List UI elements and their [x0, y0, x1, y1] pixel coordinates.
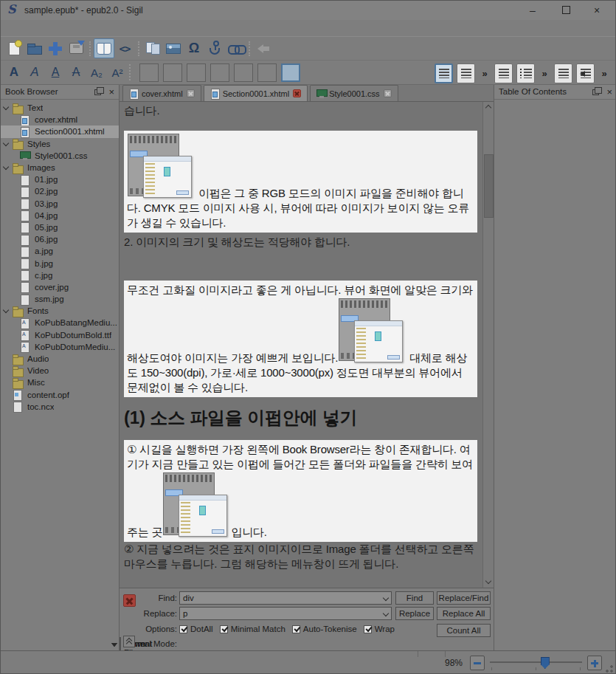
close-button[interactable]: ×: [584, 1, 609, 20]
book-view-icon[interactable]: [94, 38, 114, 58]
underline-icon[interactable]: A: [45, 63, 66, 83]
align-tool-button[interactable]: [554, 63, 572, 83]
insert-link-icon[interactable]: [225, 38, 246, 58]
expand-chevron-icon[interactable]: [3, 307, 9, 313]
direction-select[interactable]: Down: [120, 637, 121, 650]
book-view-editor[interactable]: 습니다. 이펍은 그 중 RGB 모드의 이미지 파일을 준비해야 합니다. C…: [120, 102, 494, 588]
tree-item[interactable]: Style0001.css: [1, 150, 119, 162]
find-option-checkbox[interactable]: DotAll: [179, 625, 213, 633]
tab-close-icon[interactable]: [384, 89, 392, 97]
superscript-icon[interactable]: A²: [107, 63, 128, 83]
scroll-down-icon[interactable]: [483, 577, 494, 588]
italic-icon[interactable]: A: [24, 63, 45, 83]
find-input[interactable]: div: [179, 591, 392, 605]
align-left-icon[interactable]: [435, 63, 453, 83]
add-existing-files-icon[interactable]: [45, 38, 66, 58]
scroll-up-icon[interactable]: [483, 102, 494, 113]
tree-item[interactable]: Styles: [1, 138, 119, 150]
toolbar-button[interactable]: [246, 38, 253, 58]
editor-tab[interactable]: Style0001.css: [310, 85, 398, 101]
anchor-icon[interactable]: [204, 38, 225, 58]
tree-item[interactable]: cover.xhtml: [1, 114, 119, 125]
tree-item[interactable]: 03.jpg: [1, 198, 119, 210]
split-section-icon[interactable]: [142, 38, 163, 58]
count-all-button[interactable]: Count All: [437, 624, 491, 637]
combo-chevron-icon[interactable]: [383, 595, 389, 601]
expand-chevron-icon[interactable]: [3, 164, 9, 170]
insert-image-icon[interactable]: [163, 38, 184, 58]
tree-item[interactable]: Misc: [1, 376, 119, 388]
toolbar-overflow-chevron[interactable]: »: [479, 63, 491, 83]
editor-scrollbar[interactable]: [482, 102, 494, 588]
toolbar-overflow-chevron[interactable]: »: [598, 63, 610, 83]
back-icon[interactable]: [253, 38, 274, 58]
menu-window[interactable]: [100, 26, 113, 30]
tree-item[interactable]: content.opf: [1, 389, 119, 401]
tree-item[interactable]: Video: [1, 365, 119, 376]
menu-plugins[interactable]: [113, 26, 126, 30]
heading-1-button[interactable]: [139, 63, 159, 82]
tree-item[interactable]: 02.jpg: [1, 185, 119, 197]
panel-float-icon[interactable]: [592, 89, 599, 95]
find-option-checkbox[interactable]: Auto-Tokenise: [292, 625, 357, 633]
tree-item[interactable]: 05.jpg: [1, 221, 119, 233]
replace-all-button[interactable]: Replace All: [437, 607, 491, 620]
menu-edit[interactable]: [20, 26, 33, 30]
scrollbar-thumb[interactable]: [484, 154, 494, 218]
replace-button[interactable]: Replace: [395, 607, 434, 620]
checkbox-icon[interactable]: [179, 625, 187, 633]
heading-3-button[interactable]: [187, 63, 206, 82]
menu-search[interactable]: [60, 26, 73, 30]
tree-item[interactable]: ssm.jpg: [1, 293, 119, 305]
align-tool-button[interactable]: [494, 63, 513, 83]
tree-item[interactable]: b.jpg: [1, 257, 119, 269]
toolbar-overflow-chevron[interactable]: »: [539, 63, 550, 83]
tab-close-icon[interactable]: [187, 89, 195, 97]
zoom-slider[interactable]: [490, 656, 582, 670]
menu-format[interactable]: [46, 26, 60, 30]
tab-close-icon[interactable]: [293, 89, 301, 97]
heading-6-button[interactable]: [257, 63, 277, 82]
save-icon[interactable]: [66, 38, 86, 58]
find-button[interactable]: Find: [395, 591, 434, 605]
subscript-icon[interactable]: A₂: [86, 63, 107, 83]
zoom-out-button[interactable]: [470, 656, 485, 670]
panel-close-icon[interactable]: ×: [606, 86, 612, 97]
editor-tab[interactable]: Section0001.xhtml: [204, 85, 308, 101]
toolbar-button[interactable]: [86, 38, 94, 58]
tree-item[interactable]: Audio: [1, 353, 119, 365]
replace-input[interactable]: p: [179, 607, 392, 620]
menu-help[interactable]: [126, 26, 139, 30]
tree-item[interactable]: 06.jpg: [1, 233, 119, 245]
tree-item[interactable]: c.jpg: [1, 269, 119, 281]
special-character-icon[interactable]: Ω: [184, 38, 204, 58]
indent-icon[interactable]: [576, 63, 595, 83]
title-bar[interactable]: S sample.epub* - epub2.0 - Sigil – ×: [1, 1, 615, 20]
checkbox-icon[interactable]: [364, 625, 372, 633]
checkbox-icon[interactable]: [292, 625, 300, 633]
find-close-icon[interactable]: [123, 594, 136, 607]
menu-insert[interactable]: [33, 26, 46, 30]
tree-item[interactable]: KoPubDotumBold.ttf: [1, 329, 119, 341]
panel-float-icon[interactable]: [94, 89, 101, 95]
tree-item[interactable]: cover.jpg: [1, 281, 119, 293]
dropdown-arrow-icon[interactable]: [111, 643, 117, 647]
panel-close-icon[interactable]: ×: [108, 86, 114, 97]
heading-2-button[interactable]: [163, 63, 182, 82]
zoom-in-button[interactable]: [587, 656, 602, 670]
menu-view[interactable]: [86, 26, 100, 30]
checkbox-icon[interactable]: [220, 625, 228, 633]
replace-find-button[interactable]: Replace/Find: [437, 591, 491, 605]
toolbar-button[interactable]: [135, 38, 142, 58]
align-center-icon[interactable]: [457, 63, 475, 83]
strikethrough-icon[interactable]: A: [66, 63, 86, 83]
open-file-icon[interactable]: [24, 38, 45, 58]
tree-item[interactable]: Section0001.xhtml: [1, 125, 119, 137]
code-view-icon[interactable]: <>: [114, 38, 135, 58]
tree-item[interactable]: 01.jpg: [1, 173, 119, 185]
find-collapse-icon[interactable]: [123, 636, 135, 647]
zoom-slider-handle[interactable]: [541, 657, 550, 669]
tree-item[interactable]: KoPubBatangMediu...: [1, 317, 119, 329]
tree-item[interactable]: Fonts: [1, 305, 119, 317]
find-option-checkbox[interactable]: Wrap: [364, 625, 395, 633]
